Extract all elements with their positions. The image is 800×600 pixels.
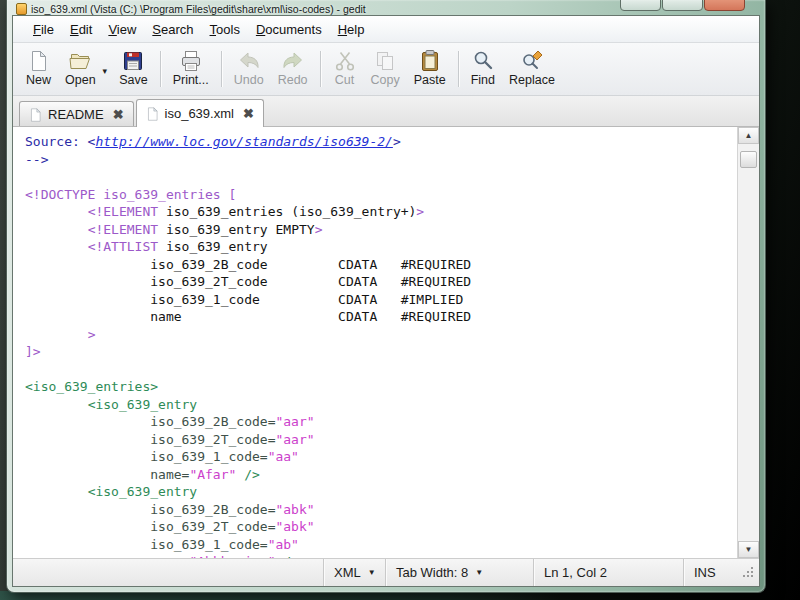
tab-bar: README✖iso_639.xml✖ — [13, 96, 759, 127]
open-folder-button[interactable]: Open — [58, 48, 103, 89]
cut-icon — [333, 49, 357, 73]
code-line: iso_639_2T_code CDATA #REQUIRED — [25, 273, 737, 291]
code-line — [25, 168, 737, 186]
title-bar[interactable]: iso_639.xml (Vista (C:) \Program Files\g… — [12, 0, 760, 15]
window-title: iso_639.xml (Vista (C:) \Program Files\g… — [31, 3, 366, 15]
tab-iso-639-xml[interactable]: iso_639.xml✖ — [136, 99, 264, 127]
toolbar-button-label: Print... — [173, 74, 209, 88]
toolbar-separator — [221, 51, 222, 87]
menu-item-edit[interactable]: Edit — [62, 18, 100, 41]
code-line: iso_639_1_code="aa" — [25, 448, 737, 466]
tab-label: iso_639.xml — [165, 106, 234, 121]
open-folder-icon — [68, 49, 92, 73]
scroll-down-button[interactable]: ▼ — [738, 541, 759, 558]
code-line: <iso_639_entry — [25, 396, 737, 414]
document-icon — [146, 106, 159, 121]
toolbar: NewOpen▾SavePrint...UndoRedoCutCopyPaste… — [13, 43, 759, 96]
editor-text[interactable]: Source: <http://www.loc.gov/standards/is… — [13, 127, 737, 558]
save-icon — [121, 49, 145, 73]
window-controls — [620, 0, 745, 11]
code-line: iso_639_1_code CDATA #IMPLIED — [25, 291, 737, 309]
toolbar-button-label: New — [26, 74, 51, 88]
chevron-down-icon: ▼ — [475, 568, 483, 577]
undo-icon — [237, 49, 261, 73]
code-line: iso_639_2T_code="abk" — [25, 518, 737, 536]
tab-close-icon[interactable]: ✖ — [113, 107, 124, 122]
toolbar-button-label: Save — [119, 74, 148, 88]
gedit-app-icon — [16, 3, 27, 15]
minimize-button[interactable] — [620, 0, 661, 11]
toolbar-button-label: Cut — [335, 74, 354, 88]
menu-item-help[interactable]: Help — [330, 18, 373, 41]
code-line: iso_639_2B_code CDATA #REQUIRED — [25, 256, 737, 274]
cursor-position-indicator: Ln 1, Col 2 — [533, 559, 661, 586]
vertical-scrollbar[interactable]: ▲ ▼ — [737, 127, 759, 558]
tab-label: README — [48, 107, 104, 122]
code-line: <!ELEMENT iso_639_entries (iso_639_entry… — [25, 203, 737, 221]
tab-readme[interactable]: README✖ — [19, 101, 134, 126]
code-line: iso_639_1_code="ab" — [25, 536, 737, 554]
code-line: iso_639_2B_code="aar" — [25, 413, 737, 431]
status-bar: XML ▼ Tab Width: 8 ▼ Ln 1, Col 2 INS — [13, 558, 759, 586]
resize-grip[interactable] — [741, 565, 755, 579]
scroll-up-button[interactable]: ▲ — [738, 127, 759, 144]
chevron-down-icon: ▼ — [368, 568, 376, 577]
new-document-icon — [27, 49, 51, 73]
overwrite-mode-indicator[interactable]: INS — [683, 559, 741, 586]
overwrite-mode-label: INS — [694, 565, 716, 580]
code-line: Source: <http://www.loc.gov/standards/is… — [25, 133, 737, 151]
print-icon — [179, 49, 203, 73]
tab-width-label: Tab Width: 8 — [396, 565, 468, 580]
scrollbar-track[interactable] — [738, 144, 759, 541]
redo-icon — [281, 49, 305, 73]
code-line: --> — [25, 151, 737, 169]
code-line: <!ELEMENT iso_639_entry EMPTY> — [25, 221, 737, 239]
editor-area: Source: <http://www.loc.gov/standards/is… — [13, 127, 759, 558]
window-client-area: FileEditViewSearchToolsDocumentsHelp New… — [12, 15, 760, 587]
scroll-down-icon: ▼ — [745, 545, 753, 554]
scroll-up-icon: ▲ — [745, 131, 753, 140]
toolbar-separator — [320, 51, 321, 87]
menu-item-view[interactable]: View — [100, 18, 144, 41]
toolbar-button-label: Redo — [278, 74, 308, 88]
menu-item-search[interactable]: Search — [144, 18, 201, 41]
toolbar-button-label: Find — [471, 74, 495, 88]
toolbar-button-label: Copy — [371, 74, 400, 88]
tab-close-icon[interactable]: ✖ — [243, 106, 254, 121]
toolbar-separator — [458, 51, 459, 87]
code-line: <!DOCTYPE iso_639_entries [ — [25, 186, 737, 204]
print-button[interactable]: Print... — [166, 48, 216, 89]
tab-width-select[interactable]: Tab Width: 8 ▼ — [385, 559, 533, 586]
code-line: <iso_639_entries> — [25, 378, 737, 396]
replace-button[interactable]: Replace — [502, 48, 562, 89]
menu-item-tools[interactable]: Tools — [202, 18, 248, 41]
cursor-position-label: Ln 1, Col 2 — [544, 565, 607, 580]
language-mode-label: XML — [334, 565, 361, 580]
gedit-window: iso_639.xml (Vista (C:) \Program Files\g… — [6, 0, 766, 593]
menu-item-documents[interactable]: Documents — [248, 18, 330, 41]
redo-button: Redo — [271, 48, 315, 89]
new-document-button[interactable]: New — [19, 48, 58, 89]
code-line: ]> — [25, 343, 737, 361]
open-dropdown-caret-icon[interactable]: ▾ — [103, 66, 113, 76]
find-icon — [471, 49, 495, 73]
menu-item-file[interactable]: File — [25, 18, 62, 41]
replace-icon — [520, 49, 544, 73]
save-button[interactable]: Save — [112, 48, 155, 89]
toolbar-button-label: Paste — [414, 74, 446, 88]
find-button[interactable]: Find — [464, 48, 502, 89]
paste-button[interactable]: Paste — [407, 48, 453, 89]
toolbar-button-label: Replace — [509, 74, 555, 88]
maximize-button[interactable] — [662, 0, 703, 11]
code-line: iso_639_2T_code="aar" — [25, 431, 737, 449]
document-icon — [29, 107, 42, 122]
language-mode-select[interactable]: XML ▼ — [323, 559, 385, 586]
code-line: name="Afar" /> — [25, 466, 737, 484]
code-line — [25, 361, 737, 379]
scrollbar-thumb[interactable] — [740, 151, 757, 168]
cut-button: Cut — [326, 48, 364, 89]
close-button[interactable] — [704, 0, 745, 11]
menu-bar: FileEditViewSearchToolsDocumentsHelp — [13, 16, 759, 43]
code-line: <iso_639_entry — [25, 483, 737, 501]
toolbar-button-label: Open — [65, 74, 96, 88]
